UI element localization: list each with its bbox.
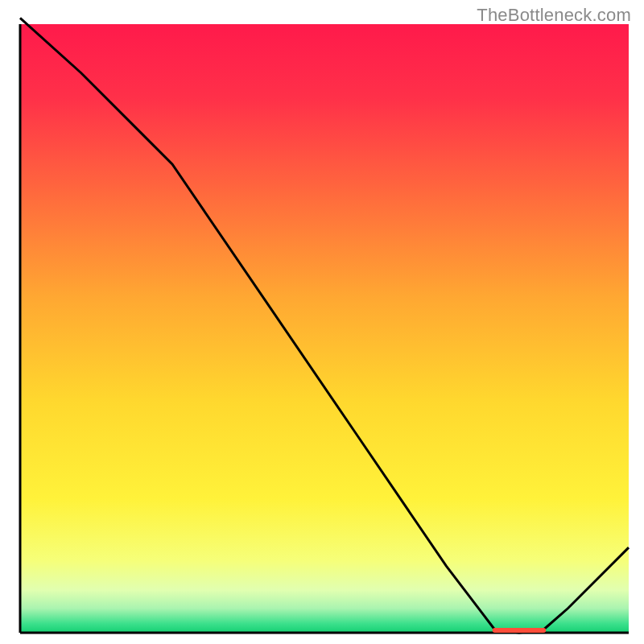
watermark-label: TheBottleneck.com [477, 5, 631, 26]
plot-background [20, 24, 629, 633]
chart-container: TheBottleneck.com [0, 0, 644, 644]
bottleneck-chart [0, 0, 644, 644]
